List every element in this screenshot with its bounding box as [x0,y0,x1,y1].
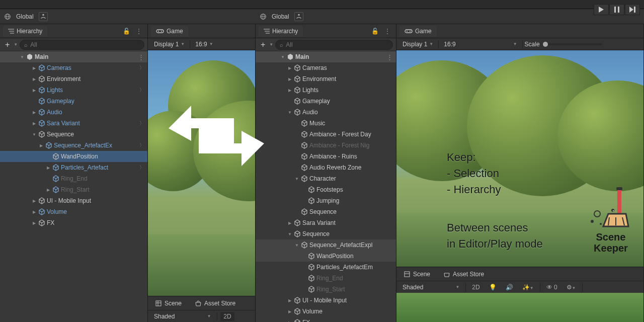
lock-icon[interactable]: 🔓 [123,28,130,35]
tree-node[interactable]: Ring_End [256,273,396,284]
gizmo-toggle[interactable]: ⚙▼ [564,283,579,292]
global-label: Global [16,13,34,20]
tree-node[interactable]: FX [0,217,147,228]
game-tab[interactable]: Game [399,26,437,37]
gamepad-icon [156,29,164,34]
create-button[interactable]: + [3,40,12,49]
world-icon [4,13,11,20]
svg-point-31 [594,211,600,217]
tree-node[interactable]: Volume [256,306,396,317]
pivot-icon[interactable] [294,12,303,21]
right-global-toolbar: Global [256,9,644,24]
svg-point-34 [611,209,614,212]
svg-rect-13 [614,7,616,13]
display-dropdown[interactable]: Display 1▼ [151,41,188,48]
hierarchy-search-input[interactable]: ⌕ All [275,40,393,50]
create-button[interactable]: + [259,40,267,49]
hierarchy-search-input[interactable]: ⌕ All [20,40,144,50]
world-icon [260,13,267,20]
tree-root[interactable]: Main ⋮ [0,51,147,62]
svg-rect-10 [156,301,161,306]
svg-rect-15 [634,7,635,13]
tree-node[interactable]: FX [256,317,396,322]
tree-node[interactable]: Sequence [0,129,147,140]
right-game-view[interactable]: Keep: - Selection - Hierarchy Between sc… [396,50,643,267]
tree-node[interactable]: Sequence [256,206,396,217]
create-dropdown-icon[interactable]: ▼ [14,42,18,47]
tree-node[interactable]: Sequence [256,228,396,239]
tree-root[interactable]: Main ⋮ [256,51,396,62]
tree-node[interactable]: Jumping [256,195,396,206]
svg-point-33 [600,223,602,225]
tree-node[interactable]: Environment [0,73,147,85]
lock-icon[interactable]: 🔓 [371,28,379,35]
pause-button[interactable] [609,4,624,15]
aspect-dropdown[interactable]: 16:9▼ [192,41,216,48]
scene-tab[interactable]: Scene [151,298,186,308]
svg-point-9 [161,31,162,32]
tree-node[interactable]: UI - Mobile Input [256,295,396,306]
play-button[interactable] [594,4,609,15]
panel-menu-icon[interactable]: ⋮ [382,27,393,35]
tree-node[interactable]: Particles_Artefact 〉 [0,162,147,173]
hierarchy-tab-label: Hierarchy [17,28,42,35]
shaded-dropdown[interactable]: Shaded▼ [399,284,462,291]
tree-node[interactable]: Footsteps [256,184,396,195]
tree-node[interactable]: Particles_ArtefactEm [256,262,396,273]
light-toggle[interactable]: 💡 [486,283,500,292]
shaded-dropdown[interactable]: Shaded▼ [151,313,214,320]
svg-rect-27 [616,187,622,190]
hierarchy-tab[interactable]: Hierarchy [3,26,47,37]
tree-node[interactable]: Environment [256,73,396,85]
tree-node[interactable]: Ring_Start [256,284,396,295]
svg-point-25 [410,31,411,32]
broom-icon [588,186,633,231]
aspect-dropdown[interactable]: 16:9▼ [441,41,520,48]
asset-store-tab[interactable]: Asset Store [191,298,239,308]
game-tab-label: Game [167,28,183,35]
left-hierarchy-tree[interactable]: Main ⋮ Cameras 〉 Environment Lights 〉 Ga… [0,51,147,322]
display-dropdown[interactable]: Display 1▼ [399,41,436,48]
tree-node[interactable]: WandPosition [0,151,147,162]
tree-node[interactable]: Gameplay [0,96,147,107]
left-global-toolbar: Global [0,9,256,24]
2d-toggle[interactable]: 2D [469,283,482,292]
tree-node[interactable]: UI - Mobile Input [0,195,147,206]
tree-node[interactable]: Cameras 〉 [0,62,147,73]
tree-node[interactable]: Sara Variant 〉 [0,118,147,129]
tree-node[interactable]: Sara Variant [256,217,396,228]
step-button[interactable] [625,4,640,15]
play-controls [594,4,640,15]
tree-node[interactable]: Ring_End [0,173,147,184]
pivot-icon[interactable] [39,12,48,21]
scale-label: Scale [525,41,540,48]
panel-menu-icon[interactable]: ⋮ [133,27,144,35]
scene-tab[interactable]: Scene [399,269,434,279]
game-tab[interactable]: Game [151,26,188,37]
tree-node[interactable]: WandPosition [256,251,396,262]
tree-node[interactable]: Audio [0,107,147,118]
basket-icon [195,300,202,306]
tree-node[interactable]: Volume [0,206,147,217]
asset-store-tab[interactable]: Asset Store [439,269,488,279]
search-icon: ⌕ [24,42,28,48]
scene-keeper-logo: Scene Keeper [588,186,633,254]
audio-toggle[interactable]: 🔊 [503,283,516,292]
create-dropdown-icon[interactable]: ▼ [269,42,273,47]
tree-node[interactable]: Sequence_ArtefactExpl [256,239,396,251]
svg-rect-14 [618,7,619,13]
hierarchy-tab[interactable]: Hierarchy [259,26,303,37]
2d-toggle[interactable]: 2D [220,312,234,321]
svg-rect-26 [617,189,621,214]
right-scene-view[interactable] [396,293,643,322]
visibility-toggle[interactable]: 👁 0 [543,283,560,292]
tree-node[interactable]: Lights 〉 [0,85,147,96]
fx-toggle[interactable]: ✨▼ [519,283,537,292]
svg-point-24 [407,31,408,32]
gamepad-icon [405,29,413,34]
scale-slider[interactable] [542,43,602,45]
keep-label: Keep: [447,151,476,164]
tree-node[interactable]: Cameras [256,62,396,73]
tree-node[interactable]: Sequence_ArtefactEx 〉 [0,140,147,151]
tree-node[interactable]: Ring_Start [0,184,147,195]
